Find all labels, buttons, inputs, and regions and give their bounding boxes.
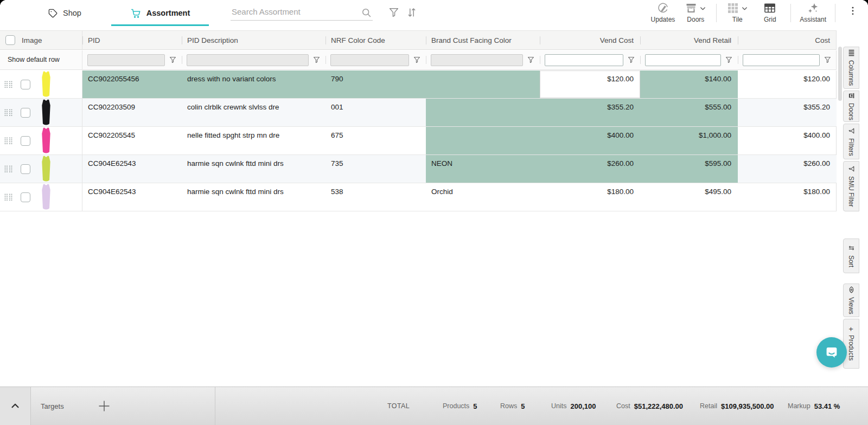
product-image[interactable] (39, 127, 53, 154)
brand-color-filter-input[interactable] (431, 54, 523, 66)
cell-pid-description[interactable]: colin clrblk crewnk slvlss dre (182, 99, 326, 126)
row-checkbox[interactable] (21, 108, 30, 118)
cell-cost[interactable]: $400.00 (738, 127, 837, 154)
cell-pid-description[interactable]: harmie sqn cwlnk fttd mini drs (182, 155, 326, 183)
cell-cost[interactable]: $120.00 (738, 70, 837, 98)
filter-icon[interactable] (388, 7, 400, 18)
product-image[interactable] (39, 184, 53, 211)
cell-nrf-color-code[interactable]: 001 (326, 99, 426, 126)
side-tab-filters-label: Filters (847, 138, 855, 156)
select-all-checkbox[interactable] (5, 35, 15, 45)
cell-vend-retail[interactable]: $595.00 (640, 155, 738, 183)
tab-assortment[interactable]: Assortment (111, 0, 209, 26)
cell-brand-color[interactable]: Orchid (426, 183, 540, 211)
column-header-nrf-color-code[interactable]: NRF Color Code (326, 31, 426, 49)
tile-chevron-down-icon[interactable] (741, 4, 749, 12)
cell-pid[interactable]: CC902203509 (82, 99, 182, 126)
cell-pid-description[interactable]: dress with no variant colors (182, 70, 326, 98)
side-tab-columns[interactable]: Columns (843, 47, 859, 89)
vertical-scrollbar-thumb[interactable] (838, 47, 842, 101)
pid-filter-funnel-icon[interactable] (169, 56, 177, 64)
product-image[interactable] (39, 99, 53, 126)
search-icon[interactable] (361, 7, 372, 18)
vend-cost-filter-funnel-icon[interactable] (627, 56, 635, 64)
column-header-pid[interactable]: PID (82, 31, 182, 49)
cell-brand-color[interactable]: NEON (426, 155, 540, 183)
cost-filter-funnel-icon[interactable] (824, 56, 832, 64)
row-checkbox[interactable] (21, 192, 30, 202)
doors-button[interactable]: Doors (684, 2, 707, 23)
cell-cost[interactable]: $355.20 (738, 99, 837, 126)
column-header-cost[interactable]: Cost (738, 31, 837, 49)
cell-vend-cost[interactable]: $120.00 (540, 70, 640, 98)
side-tab-add-products[interactable]: + Products (843, 319, 859, 369)
row-checkbox[interactable] (21, 164, 30, 174)
tab-shop[interactable]: Shop (48, 0, 81, 26)
product-image[interactable] (39, 156, 53, 183)
cell-vend-cost[interactable]: $260.00 (540, 155, 640, 183)
pid-description-filter-funnel-icon[interactable] (312, 56, 321, 64)
add-target-button[interactable] (98, 400, 111, 413)
cell-vend-cost[interactable]: $355.20 (540, 99, 640, 126)
pid-filter-input[interactable] (87, 54, 165, 66)
nrf-color-code-filter-input[interactable] (330, 54, 409, 66)
sort-arrows-icon (848, 244, 855, 252)
cell-cost[interactable]: $260.00 (738, 155, 837, 183)
cell-vend-cost[interactable]: $400.00 (540, 127, 640, 154)
column-header-vend-retail[interactable]: Vend Retail (640, 31, 738, 49)
expand-panel-button[interactable] (0, 387, 31, 425)
cell-vend-cost[interactable]: $180.00 (540, 183, 640, 211)
doors-chevron-down-icon[interactable] (699, 4, 707, 12)
row-checkbox[interactable] (21, 136, 30, 146)
column-header-pid-description[interactable]: PID Description (182, 31, 326, 49)
cell-nrf-color-code[interactable]: 790 (326, 70, 426, 98)
sort-icon[interactable] (406, 7, 418, 18)
cell-brand-color[interactable] (426, 127, 540, 154)
cell-vend-retail[interactable]: $140.00 (640, 70, 738, 98)
drag-handle-icon[interactable] (4, 194, 12, 201)
cell-brand-color[interactable] (426, 99, 540, 126)
column-header-brand-cust-facing-color[interactable]: Brand Cust Facing Color (426, 31, 540, 49)
drag-handle-icon[interactable] (4, 137, 12, 145)
search-input[interactable] (231, 3, 373, 21)
cell-vend-retail[interactable]: $1,000.00 (640, 127, 738, 154)
cell-vend-retail[interactable]: $495.00 (640, 183, 738, 211)
overflow-menu-button[interactable] (844, 5, 861, 17)
vend-cost-filter-input[interactable] (545, 54, 623, 66)
brand-filter-funnel-icon[interactable] (527, 56, 535, 64)
chat-launcher-button[interactable] (816, 337, 847, 368)
side-tab-smu-filter[interactable]: SMU Filter (843, 161, 859, 211)
nrf-filter-funnel-icon[interactable] (413, 56, 421, 64)
row-checkbox[interactable] (21, 80, 30, 89)
pid-description-filter-input[interactable] (187, 54, 309, 66)
cell-cost[interactable]: $180.00 (738, 183, 837, 211)
grid-view-button[interactable]: Grid (758, 2, 782, 23)
cell-pid[interactable]: CC904E62543 (82, 183, 182, 211)
cell-nrf-color-code[interactable]: 538 (326, 183, 426, 211)
side-tab-views[interactable]: Views (843, 284, 859, 317)
drag-handle-icon[interactable] (4, 81, 12, 88)
cell-pid[interactable]: CC9022055456 (82, 70, 182, 98)
side-tab-sort[interactable]: Sort (843, 239, 859, 273)
cell-nrf-color-code[interactable]: 675 (326, 127, 426, 154)
drag-handle-icon[interactable] (4, 165, 12, 173)
product-image[interactable] (39, 71, 53, 98)
updates-button[interactable]: Updates (651, 2, 675, 23)
tile-view-button[interactable]: Tile (725, 2, 749, 23)
column-header-image: Image (0, 31, 82, 49)
cell-vend-retail[interactable]: $555.00 (640, 99, 738, 126)
cell-nrf-color-code[interactable]: 735 (326, 155, 426, 183)
cost-filter-input[interactable] (743, 54, 820, 66)
drag-handle-icon[interactable] (4, 109, 12, 117)
vend-retail-filter-funnel-icon[interactable] (725, 56, 733, 64)
side-tab-filters[interactable]: Filters (843, 124, 859, 159)
cell-pid-description[interactable]: harmie sqn cwlnk fttd mini drs (182, 183, 326, 211)
cell-pid[interactable]: CC902205545 (82, 127, 182, 154)
side-tab-doors[interactable]: Doors (843, 91, 859, 122)
cell-pid[interactable]: CC904E62543 (82, 155, 182, 183)
cell-brand-color[interactable] (426, 70, 540, 98)
vend-retail-filter-input[interactable] (645, 54, 721, 66)
assistant-button[interactable]: Assistant (800, 2, 826, 23)
column-header-vend-cost[interactable]: Vend Cost (540, 31, 640, 49)
cell-pid-description[interactable]: nelle fitted spght strp mn dre (182, 127, 326, 154)
